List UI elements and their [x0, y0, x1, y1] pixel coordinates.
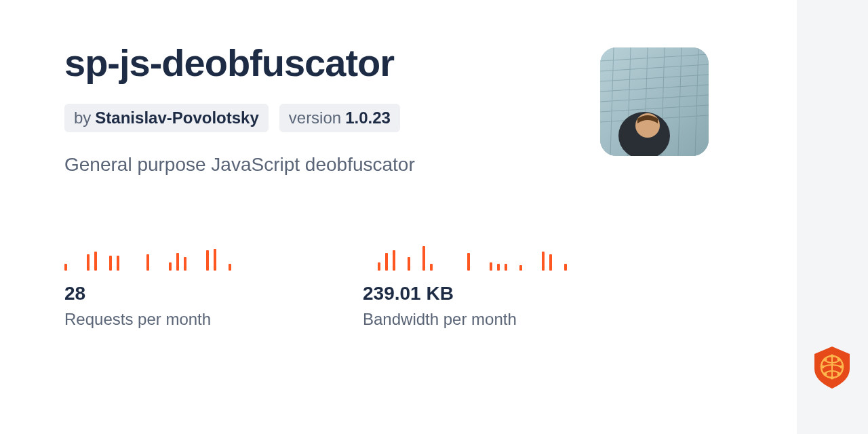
requests-value: 28: [64, 283, 302, 304]
spark-bar: [490, 262, 492, 271]
spark-bar: [542, 252, 545, 271]
version-number: 1.0.23: [345, 108, 391, 127]
spark-bar: [176, 253, 179, 271]
right-sidebar: [797, 0, 868, 434]
spark-bar: [549, 254, 552, 271]
requests-stat: 28 Requests per month: [64, 243, 302, 329]
author-name: Stanislav-Povolotsky: [95, 108, 258, 127]
bandwidth-stat: 239.01 KB Bandwidth per month: [363, 243, 600, 329]
spark-bar: [378, 262, 380, 271]
spark-bar: [422, 246, 425, 271]
svg-point-19: [821, 366, 825, 369]
svg-point-21: [824, 358, 827, 361]
spark-bar: [229, 264, 231, 271]
spark-bar: [184, 257, 186, 271]
spark-bar: [393, 250, 395, 271]
spark-bar: [206, 250, 209, 271]
svg-point-18: [831, 376, 834, 380]
spark-bar: [214, 249, 216, 271]
svg-point-24: [837, 373, 841, 376]
spark-bar: [497, 264, 500, 271]
stats-row: 28 Requests per month 239.01 KB Bandwidt…: [64, 243, 797, 329]
jsdelivr-shield-icon: [812, 345, 852, 390]
spark-bar: [94, 252, 97, 271]
version-prefix: version: [289, 108, 341, 127]
author-badge[interactable]: by Stanislav-Povolotsky: [64, 104, 269, 132]
spark-bar: [564, 264, 567, 271]
package-description: General purpose JavaScript deobfuscator: [64, 154, 797, 176]
svg-point-22: [837, 358, 841, 361]
bandwidth-label: Bandwidth per month: [363, 310, 600, 329]
spark-bar: [430, 264, 433, 271]
svg-point-20: [840, 366, 844, 369]
spark-bar: [467, 253, 470, 271]
svg-point-17: [831, 355, 834, 358]
spark-bar: [505, 264, 507, 271]
requests-label: Requests per month: [64, 310, 302, 329]
spark-bar: [519, 265, 522, 271]
spark-bar: [169, 262, 172, 271]
spark-bar: [109, 256, 112, 271]
spark-bar: [64, 264, 67, 271]
spark-bar: [385, 253, 388, 271]
author-avatar[interactable]: [600, 47, 709, 156]
bandwidth-value: 239.01 KB: [363, 283, 600, 304]
svg-point-23: [824, 373, 827, 376]
spark-bar: [117, 256, 119, 271]
version-badge[interactable]: version 1.0.23: [279, 104, 400, 132]
requests-sparkline: [64, 243, 302, 271]
spark-bar: [146, 254, 149, 271]
spark-bar: [87, 254, 90, 271]
avatar-image: [600, 47, 709, 156]
bandwidth-sparkline: [363, 243, 600, 271]
author-prefix: by: [74, 108, 91, 127]
spark-bar: [408, 257, 410, 271]
